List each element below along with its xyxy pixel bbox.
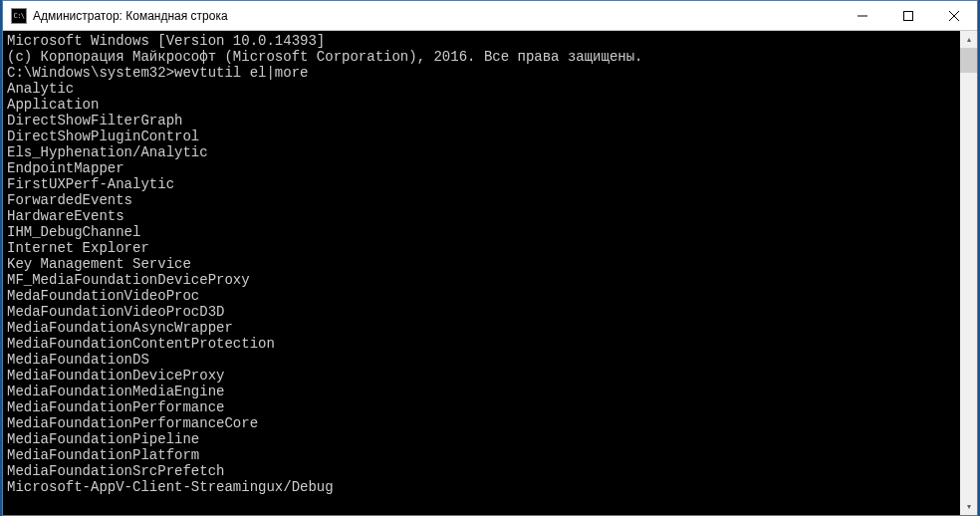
output-line: Key Management Service [7, 256, 960, 272]
scroll-thumb[interactable] [960, 48, 977, 73]
output-line: MF_MediaFoundationDeviceProxy [7, 272, 960, 288]
output-line: MediaFoundationAsyncWrapper [7, 320, 960, 336]
maximize-button[interactable] [885, 1, 931, 30]
copyright-line: (c) Корпорация Майкрософт (Microsoft Cor… [7, 49, 960, 65]
output-line: MediaFoundationSrcPrefetch [7, 463, 960, 479]
scroll-track[interactable] [960, 48, 977, 498]
close-icon [949, 11, 959, 21]
window-controls [840, 1, 977, 30]
app-icon: C:\ [11, 8, 27, 24]
command-prompt-window: C:\ Администратор: Командная строка Micr… [2, 0, 978, 516]
terminal-area: Microsoft Windows [Version 10.0.14393](c… [3, 31, 977, 515]
output-line: Analytic [7, 81, 960, 97]
output-line: Els_Hyphenation/Analytic [7, 144, 960, 160]
svg-rect-1 [904, 11, 913, 20]
scroll-down-arrow[interactable]: ▾ [960, 498, 977, 515]
scroll-up-arrow[interactable]: ▴ [960, 31, 977, 48]
output-line: HardwareEvents [7, 208, 960, 224]
output-line: MediaFoundationPerformance [7, 399, 960, 415]
output-line: MediaFoundationDS [7, 352, 960, 368]
output-line: MediaFoundationPlatform [7, 447, 960, 463]
output-line: MedaFoundationVideoProcD3D [7, 304, 960, 320]
close-button[interactable] [931, 1, 977, 30]
output-line: MediaFoundationPipeline [7, 431, 960, 447]
output-line: MediaFoundationContentProtection [7, 336, 960, 352]
output-line: DirectShowPluginControl [7, 129, 960, 144]
output-line: MedaFoundationVideoProc [7, 288, 960, 304]
vertical-scrollbar[interactable]: ▴ ▾ [960, 31, 977, 515]
output-line: MediaFoundationMediaEngine [7, 384, 960, 399]
minimize-button[interactable] [840, 1, 885, 30]
prompt-line: C:\Windows\system32>wevtutil el|more [7, 65, 960, 81]
output-line: FirstUXPerf-Analytic [7, 176, 960, 192]
titlebar[interactable]: C:\ Администратор: Командная строка [3, 1, 977, 31]
output-line: EndpointMapper [7, 160, 960, 176]
maximize-icon [903, 11, 913, 21]
window-title: Администратор: Командная строка [33, 9, 840, 23]
version-line: Microsoft Windows [Version 10.0.14393] [7, 33, 960, 49]
output-line: DirectShowFilterGraph [7, 113, 960, 129]
output-line: MediaFoundationPerformanceCore [7, 415, 960, 431]
minimize-icon [858, 11, 867, 21]
output-line: Internet Explorer [7, 240, 960, 256]
terminal-output[interactable]: Microsoft Windows [Version 10.0.14393](c… [3, 31, 960, 515]
output-line: IHM_DebugChannel [7, 224, 960, 240]
output-line: Microsoft-AppV-Client-Streamingux/Debug [7, 479, 960, 495]
output-line: MediaFoundationDeviceProxy [7, 368, 960, 384]
output-line: ForwardedEvents [7, 192, 960, 208]
output-line: Application [7, 97, 960, 113]
